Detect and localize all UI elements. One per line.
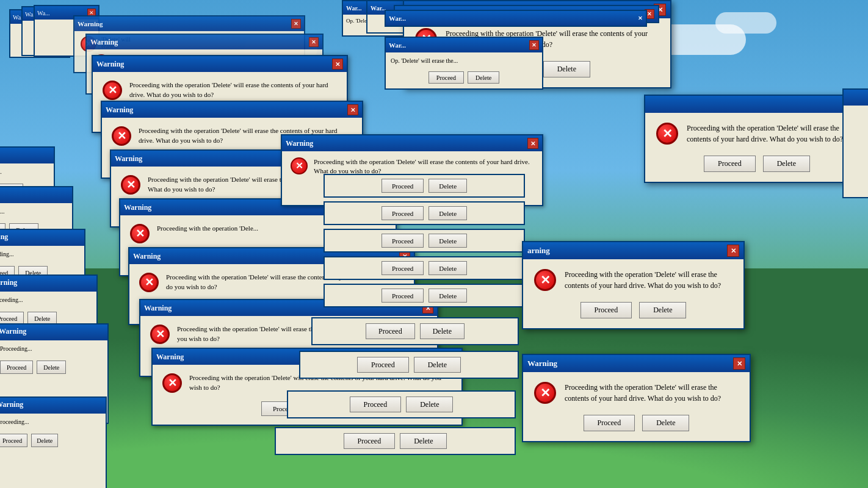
- delete-small-1[interactable]: Delete: [468, 71, 499, 84]
- dialog-title-c1: Warning: [286, 139, 313, 148]
- dialog-message-1: Proceeding with the operation 'Delete' w…: [129, 81, 337, 100]
- error-icon-r1: ✕: [656, 123, 678, 145]
- dialog-btn-row-6: Proceed Delete: [311, 317, 519, 345]
- proceed-button-r1[interactable]: Proceed: [704, 156, 756, 172]
- delete-btn-r1[interactable]: Delete: [429, 179, 467, 193]
- error-icon-7: ✕: [150, 325, 170, 344]
- proceed-btn-r1[interactable]: Proceed: [382, 179, 424, 193]
- dialog-btn-row-8: Proceed Delete: [287, 390, 516, 418]
- dialog-btn-row-3: Proceed Delete: [324, 229, 525, 253]
- delete-btn-left-5[interactable]: Delete: [37, 361, 66, 374]
- dialog-title-5: Warning: [124, 203, 151, 212]
- close-icon-r3[interactable]: ✕: [733, 357, 745, 370]
- delete-button-r1[interactable]: Delete: [763, 156, 810, 172]
- proceed-button-r2[interactable]: Proceed: [580, 302, 632, 318]
- dialog-small-1: War...✕ Op. 'Delete' will erase the... P…: [385, 37, 543, 90]
- error-icon-4: ✕: [121, 175, 140, 195]
- delete-btn-left-6[interactable]: Delete: [31, 434, 58, 447]
- delete-btn-r3[interactable]: Delete: [429, 234, 467, 248]
- delete-btn-r8[interactable]: Delete: [406, 396, 453, 412]
- dialog-title-4: Warning: [115, 154, 142, 163]
- dialog-btn-row-9: Proceed Delete: [275, 427, 516, 455]
- delete-btn-r6[interactable]: Delete: [420, 323, 465, 339]
- proceed-btn-r2[interactable]: Proceed: [382, 206, 424, 220]
- dialog-title-7: Warning: [144, 304, 172, 313]
- delete-button-tr[interactable]: Delete: [543, 61, 590, 77]
- delete-btn-r2[interactable]: Delete: [429, 206, 467, 220]
- dialog-left-partial-6: Warning Proceeding... Proceed Delete: [0, 396, 107, 488]
- delete-btn-r7[interactable]: Delete: [414, 357, 461, 373]
- delete-btn-r5[interactable]: Delete: [429, 289, 467, 303]
- dialog-title-3: Warning: [106, 106, 133, 115]
- proceed-btn-left-5[interactable]: Proceed: [0, 361, 33, 374]
- dialog-title-8: Warning: [156, 353, 184, 362]
- proceed-btn-r6[interactable]: Proceed: [366, 323, 415, 339]
- cloud-2: [715, 12, 776, 34]
- error-icon-3: ✕: [112, 126, 131, 146]
- dialog-right-partial: [842, 88, 868, 198]
- dialog-title-6: Warning: [133, 252, 161, 261]
- delete-button-r3[interactable]: Delete: [642, 415, 689, 431]
- delete-btn-r9[interactable]: Delete: [400, 433, 447, 449]
- proceed-btn-left-6[interactable]: Proceed: [0, 434, 27, 447]
- close-icon-1[interactable]: ✕: [332, 59, 343, 70]
- proceed-btn-r8[interactable]: Proceed: [350, 396, 402, 412]
- dialog-btn-row-4: Proceed Delete: [324, 256, 525, 280]
- error-icon-6: ✕: [139, 273, 159, 292]
- delete-button-r2[interactable]: Delete: [639, 302, 686, 318]
- close-icon-3[interactable]: ✕: [347, 104, 358, 115]
- dialog-message-r3: Proceeding with the operation 'Delete' w…: [565, 382, 739, 404]
- dialog-btn-row-7: Proceed Delete: [299, 351, 519, 379]
- proceed-btn-r9[interactable]: Proceed: [344, 433, 396, 449]
- dialog-message-r1: Proceeding with the operation 'Delete' w…: [687, 123, 858, 145]
- proceed-btn-r4[interactable]: Proceed: [382, 261, 424, 275]
- dialog-title-r2: arning: [527, 246, 550, 256]
- error-icon-1: ✕: [103, 81, 122, 100]
- dialog-right-1[interactable]: ✕ ✕ Proceeding with the operation 'Delet…: [644, 95, 868, 183]
- error-icon-c1: ✕: [291, 157, 308, 174]
- dialog-btn-row-5: Proceed Delete: [324, 284, 525, 307]
- proceed-button-r3[interactable]: Proceed: [584, 415, 635, 431]
- delete-btn-r4[interactable]: Delete: [429, 261, 467, 275]
- dialog-title-1: Warning: [96, 60, 124, 69]
- error-icon-5: ✕: [130, 224, 150, 243]
- dialog-btn-row-2: Proceed Delete: [324, 201, 525, 225]
- dialog-right-3[interactable]: Warning ✕ ✕ Proceeding with the operatio…: [522, 354, 751, 442]
- dialog-btn-row-1: Proceed Delete: [324, 174, 525, 198]
- dialog-message-5: Proceeding with the operation 'Dele...: [157, 224, 258, 234]
- proceed-btn-r3[interactable]: Proceed: [382, 234, 424, 248]
- dialog-message-r2: Proceeding with the operation 'Delete' w…: [565, 269, 732, 291]
- proceed-btn-r7[interactable]: Proceed: [357, 357, 409, 373]
- dialog-title-r3: Warning: [527, 359, 557, 368]
- error-icon-r3: ✕: [534, 382, 556, 404]
- dialog-right-2[interactable]: arning ✕ ✕ Proceeding with the operation…: [522, 241, 745, 329]
- error-icon-r2: ✕: [534, 269, 556, 291]
- dialog-topright-back-2: War...✕: [385, 10, 647, 27]
- error-icon-8: ✕: [162, 373, 182, 393]
- proceed-btn-r5[interactable]: Proceed: [382, 289, 424, 303]
- proceed-small-1[interactable]: Proceed: [429, 71, 464, 84]
- close-icon-c1[interactable]: ✕: [527, 138, 538, 149]
- close-icon-r2[interactable]: ✕: [727, 245, 739, 257]
